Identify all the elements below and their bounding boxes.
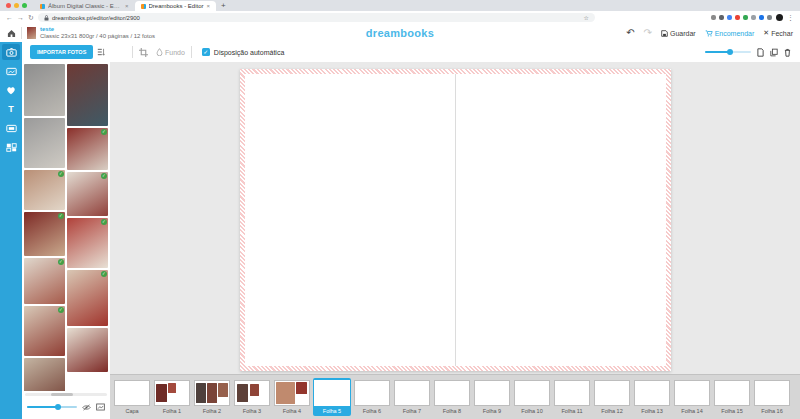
tab-favicon [141,4,146,9]
close-editor-button[interactable]: ✕ Fechar [763,29,793,37]
photo-thumb[interactable]: ✓ [24,306,65,356]
filmstrip-page-folha-1[interactable]: Folha 1 [153,378,191,416]
filmstrip-page-folha-7[interactable]: Folha 7 [393,378,431,416]
forward-icon[interactable]: → [17,14,24,21]
photo-used-badge: ✓ [58,213,64,219]
filmstrip-thumb [114,380,150,406]
profile-avatar[interactable] [776,14,783,21]
photos-scrollbar[interactable] [25,393,107,396]
filmstrip-photo-block [218,383,228,397]
photo-used-badge: ✓ [101,129,107,135]
undo-icon[interactable]: ↶ [626,28,634,38]
filmstrip-page-capa[interactable]: Capa [113,378,151,416]
filmstrip-page-folha-4[interactable]: Folha 4 [273,378,311,416]
hide-used-photos-icon[interactable] [82,404,91,411]
filmstrip-thumb [314,380,350,406]
browser-tab-editor[interactable]: Dreambooks - Editor × [135,1,217,11]
filmstrip-photo-block [156,384,166,401]
photo-thumb[interactable]: ✓ [24,258,65,304]
filmstrip-label: Folha 15 [714,408,750,414]
browser-menu-icon[interactable]: ⋮ [787,14,794,22]
filmstrip-page-folha-11[interactable]: Folha 11 [553,378,591,416]
show-frames-icon[interactable] [96,403,105,411]
filmstrip-page-folha-15[interactable]: Folha 15 [713,378,751,416]
reload-icon[interactable]: ↻ [28,14,34,21]
tool-photos[interactable] [2,44,20,60]
tool-layouts[interactable] [2,139,20,155]
window-controls[interactable] [4,0,34,11]
sort-photos-icon[interactable] [97,48,105,56]
extension-icon[interactable] [711,15,716,20]
thumb-size-fill [27,406,58,408]
tab-close-icon[interactable]: × [207,3,211,9]
home-icon[interactable] [7,29,16,38]
browser-tab-album[interactable]: Álbum Digital Classic - Entreg × [34,1,135,11]
photo-thumb[interactable] [67,64,108,126]
url-text: dreambooks.pt/editor/editor/2900 [52,15,140,21]
add-page-icon[interactable] [757,48,764,57]
tool-cliparts[interactable] [2,82,20,98]
bookmark-star-icon[interactable]: ☆ [583,14,588,21]
checkbox-checked-icon[interactable]: ✓ [202,48,210,56]
photo-thumb[interactable] [24,358,65,391]
import-photos-button[interactable]: IMPORTAR FOTOS [30,45,93,59]
background-fill-button[interactable]: Fundo [156,48,185,56]
zoom-slider-thumb[interactable] [727,49,733,55]
thumb-size-thumb[interactable] [55,404,61,410]
tool-backgrounds[interactable] [2,120,20,136]
extension-icon[interactable] [735,15,740,20]
tab-close-icon[interactable]: × [125,3,129,9]
duplicate-page-icon[interactable] [770,48,778,57]
crop-icon[interactable] [139,48,148,57]
photo-thumb[interactable]: ✓ [67,218,108,268]
window-close-button[interactable] [6,3,11,8]
window-zoom-button[interactable] [22,3,27,8]
filmstrip-page-folha-16[interactable]: Folha 16 [753,378,791,416]
filmstrip-page-folha-6[interactable]: Folha 6 [353,378,391,416]
photo-thumb[interactable]: ✓ [24,170,65,210]
photo-thumb[interactable] [67,328,108,372]
photo-thumb[interactable]: ✓ [67,128,108,170]
photo-thumb[interactable] [24,64,65,116]
photo-thumb[interactable]: ✓ [67,270,108,326]
photos-scrollbar-thumb[interactable] [51,393,72,396]
filmstrip-page-folha-5[interactable]: Folha 5 [313,378,351,416]
new-tab-button[interactable]: + [216,1,231,11]
project-specs: Classic 23x31 800gr / 40 páginas / 12 fo… [40,33,155,41]
photos-panel-footer [22,393,110,419]
order-button[interactable]: Encomendar [705,30,755,37]
extension-icon[interactable] [727,15,732,20]
photo-thumb[interactable] [24,118,65,168]
book-spread[interactable] [245,74,666,366]
tool-frames[interactable] [2,63,20,79]
filmstrip-page-folha-13[interactable]: Folha 13 [633,378,671,416]
filmstrip-label: Folha 6 [354,408,390,414]
save-button[interactable]: Guardar [661,30,696,37]
filmstrip-page-folha-14[interactable]: Folha 14 [673,378,711,416]
filmstrip-page-folha-3[interactable]: Folha 3 [233,378,271,416]
extension-icon[interactable] [743,15,748,20]
thumb-size-slider[interactable] [27,406,77,408]
delete-page-icon[interactable] [784,48,791,57]
tool-text[interactable]: T [2,101,20,117]
extension-icon[interactable] [759,15,764,20]
filmstrip-photo-block [296,382,307,394]
auto-layout-toggle[interactable]: ✓ Disposição automática [202,48,284,56]
back-icon[interactable]: ← [6,14,13,21]
filmstrip-page-folha-12[interactable]: Folha 12 [593,378,631,416]
photo-thumb[interactable]: ✓ [67,172,108,216]
url-field[interactable]: dreambooks.pt/editor/editor/2900 ☆ [38,13,595,22]
filmstrip-page-folha-9[interactable]: Folha 9 [473,378,511,416]
filmstrip-page-folha-2[interactable]: Folha 2 [193,378,231,416]
extension-icon[interactable] [751,15,756,20]
project-name-link[interactable]: teste [40,26,155,34]
filmstrip-label: Folha 14 [674,408,710,414]
filmstrip-page-folha-8[interactable]: Folha 8 [433,378,471,416]
filmstrip-page-folha-10[interactable]: Folha 10 [513,378,551,416]
tool-rail: T [0,42,22,419]
zoom-slider[interactable] [705,51,751,53]
extension-icon[interactable] [719,15,724,20]
extension-icon[interactable] [767,15,772,20]
photo-thumb[interactable]: ✓ [24,212,65,256]
window-minimize-button[interactable] [14,3,19,8]
